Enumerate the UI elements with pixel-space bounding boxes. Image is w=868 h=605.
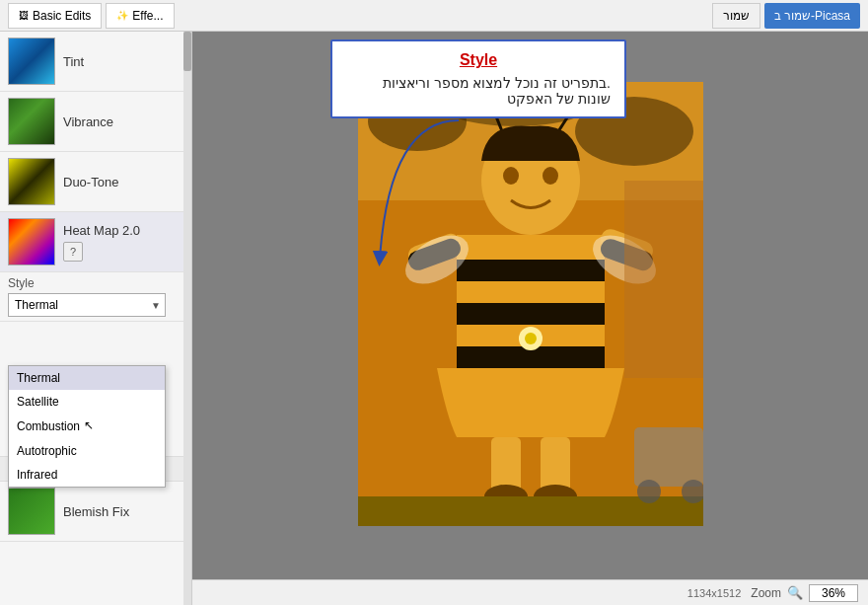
- tab-basic-edits[interactable]: 🖼 Basic Edits: [8, 3, 102, 29]
- heatmap-label: Heat Map 2.0: [63, 223, 140, 238]
- dropdown-item-combustion[interactable]: Combustion ↖: [9, 414, 165, 439]
- dropdown-item-infrared[interactable]: Infrared: [9, 463, 165, 487]
- svg-point-33: [637, 480, 661, 503]
- effect-item-vibrance[interactable]: Vibrance: [0, 92, 191, 152]
- dropdown-item-thermal[interactable]: Thermal: [9, 366, 165, 390]
- svg-point-10: [503, 167, 519, 185]
- effect-item-duotone[interactable]: Duo-Tone: [0, 152, 191, 212]
- effect-item-blemish[interactable]: Blemish Fix: [0, 482, 191, 542]
- dropdown-item-autotrophic[interactable]: Autotrophic: [9, 439, 165, 463]
- style-select[interactable]: Thermal Satellite Combustion Autotrophic…: [8, 293, 166, 317]
- duotone-thumb: [8, 158, 55, 205]
- tab-effects[interactable]: ✨ Effe...: [106, 3, 174, 29]
- vibrance-thumb: [8, 98, 55, 145]
- style-dropdown-wrapper: Thermal Satellite Combustion Autotrophic…: [8, 293, 166, 317]
- effect-item-heatmap[interactable]: Heat Map 2.0 ?: [0, 212, 191, 272]
- sidebar-scrollbar[interactable]: [183, 32, 191, 605]
- style-section: Style Thermal Satellite Combustion Autot…: [0, 272, 191, 322]
- svg-rect-31: [624, 181, 703, 378]
- blemish-thumb: [8, 488, 55, 535]
- effects-sidebar: Tint Vibrance Duo-Tone Heat Map 2.0 ? St…: [0, 32, 192, 605]
- heatmap-thumb: [8, 218, 55, 265]
- vibrance-label: Vibrance: [63, 114, 113, 129]
- svg-rect-32: [634, 427, 703, 487]
- image-size-text: 1134x1512: [687, 587, 741, 599]
- main-layout: Tint Vibrance Duo-Tone Heat Map 2.0 ? St…: [0, 32, 868, 605]
- tooltip-box: Style .בתפריט זה נוכל למצוא מספר וריאציו…: [330, 39, 626, 118]
- main-toolbar: 🖼 Basic Edits ✨ Effe... שמור שמור ב-Pica…: [0, 0, 868, 32]
- arrow-pointer: [370, 111, 488, 311]
- dropdown-open-list: Thermal Satellite Combustion ↖ Autotroph…: [8, 365, 166, 488]
- status-bar: 1134x1512 Zoom 🔍 36%: [192, 579, 868, 605]
- zoom-label: Zoom: [751, 586, 781, 600]
- help-button[interactable]: ?: [63, 242, 83, 262]
- tint-thumb: [8, 38, 55, 85]
- canvas-area: Style .בתפריט זה נוכל למצוא מספר וריאציו…: [192, 32, 868, 605]
- tooltip-text: .בתפריט זה נוכל למצוא מספר וריאציות שונו…: [346, 75, 611, 107]
- zoom-search-icon: 🔍: [787, 585, 803, 600]
- svg-point-11: [542, 167, 558, 185]
- blemish-label: Blemish Fix: [63, 504, 129, 519]
- tooltip-title: Style: [346, 51, 611, 69]
- sidebar-scroll-thumb[interactable]: [183, 32, 191, 71]
- dropdown-item-satellite[interactable]: Satellite: [9, 390, 165, 414]
- zoom-input[interactable]: [809, 584, 858, 602]
- svg-point-19: [525, 333, 537, 344]
- picasa-save-button[interactable]: שמור ב-Picasa: [764, 3, 860, 29]
- zoom-control: Zoom 🔍 36%: [751, 584, 858, 602]
- effects-label: Effe...: [132, 9, 163, 23]
- effect-item-tint[interactable]: Tint: [0, 32, 191, 92]
- tint-label: Tint: [63, 54, 84, 69]
- mouse-cursor-icon: ↖: [84, 418, 96, 434]
- arrow-svg: [370, 111, 488, 308]
- style-label: Style: [8, 276, 183, 290]
- share-button[interactable]: שמור: [712, 3, 760, 29]
- basic-edits-label: Basic Edits: [33, 9, 91, 23]
- duotone-label: Duo-Tone: [63, 175, 118, 189]
